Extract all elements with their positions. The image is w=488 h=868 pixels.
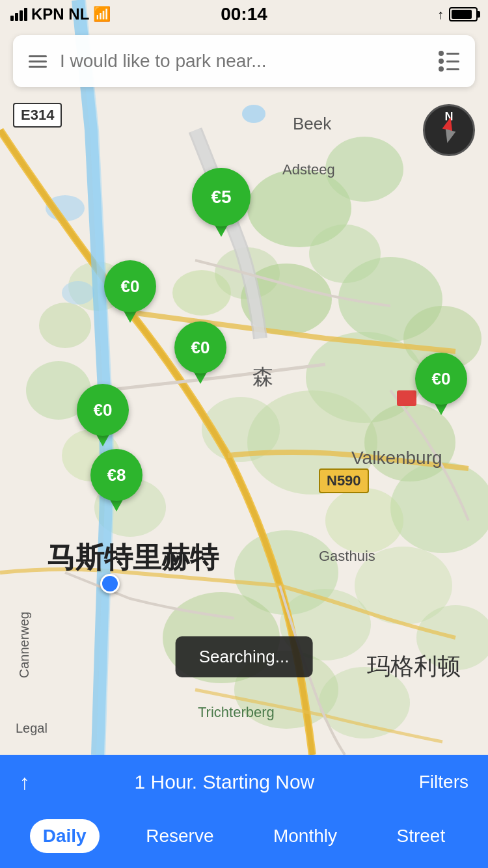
- pin-tail-4: [435, 403, 448, 415]
- status-bar: KPN NL 📶 00:14 ↑: [0, 0, 488, 29]
- svg-point-27: [242, 105, 265, 123]
- compass[interactable]: N: [423, 104, 475, 156]
- search-bar: [13, 35, 475, 87]
- pin-tail-5: [96, 435, 109, 446]
- tab-reserve[interactable]: Reserve: [133, 819, 226, 853]
- search-input[interactable]: [60, 51, 439, 72]
- filters-button[interactable]: Filters: [419, 772, 468, 793]
- road-badge-n590: N590: [319, 468, 369, 493]
- svg-point-29: [62, 281, 94, 305]
- status-left: KPN NL 📶: [10, 5, 111, 23]
- pin-price-6: €8: [90, 449, 142, 501]
- pin-tail-1: [215, 225, 228, 237]
- svg-point-6: [172, 270, 231, 316]
- wifi-icon: 📶: [93, 6, 111, 23]
- pin-tail-6: [110, 500, 123, 511]
- bottom-navigation: ↑ 1 Hour. Starting Now Filters Daily Res…: [0, 755, 488, 868]
- parking-pin-5[interactable]: €0: [77, 384, 129, 446]
- parking-pin-2[interactable]: €0: [104, 260, 156, 323]
- pin-price-2: €0: [104, 260, 156, 312]
- pin-price-1: €5: [192, 168, 251, 226]
- parking-pin-6[interactable]: €8: [90, 449, 142, 511]
- pin-tail-3: [194, 372, 207, 384]
- menu-button[interactable]: [29, 55, 47, 68]
- svg-rect-30: [397, 390, 416, 406]
- battery-icon: [449, 7, 478, 21]
- nav-top-row: ↑ 1 Hour. Starting Now Filters: [0, 755, 488, 804]
- tab-street[interactable]: Street: [384, 819, 459, 853]
- status-right: ↑: [437, 7, 478, 22]
- pin-tail-2: [124, 311, 137, 323]
- tab-daily[interactable]: Daily: [30, 819, 100, 853]
- list-view-button[interactable]: [439, 51, 459, 72]
- parking-pin-4[interactable]: €0: [415, 353, 467, 415]
- tab-monthly[interactable]: Monthly: [260, 819, 350, 853]
- time-display: 00:14: [221, 4, 267, 25]
- pin-price-3: €0: [174, 321, 226, 373]
- user-location-dot: [100, 574, 120, 593]
- parking-pin-1[interactable]: €5: [192, 168, 251, 237]
- svg-point-25: [39, 303, 91, 348]
- map[interactable]: E314 N590 N €5 €0 €0 €0 €0 €8 Beek Adste: [0, 0, 488, 755]
- nav-title: 1 Hour. Starting Now: [134, 771, 314, 793]
- parking-pin-3[interactable]: €0: [174, 321, 226, 384]
- carrier-label: KPN NL: [31, 5, 89, 23]
- svg-point-21: [319, 667, 410, 739]
- pin-price-5: €0: [77, 384, 129, 436]
- location-arrow-icon[interactable]: ↑: [20, 770, 30, 794]
- svg-point-14: [325, 488, 403, 553]
- svg-point-2: [325, 137, 403, 202]
- location-arrow-icon: ↑: [437, 7, 444, 22]
- searching-tooltip: Searching...: [176, 636, 313, 677]
- road-badge-e314: E314: [13, 103, 62, 128]
- pin-price-4: €0: [415, 353, 467, 405]
- nav-tabs-row: Daily Reserve Monthly Street: [0, 804, 488, 868]
- signal-icon: [10, 8, 27, 21]
